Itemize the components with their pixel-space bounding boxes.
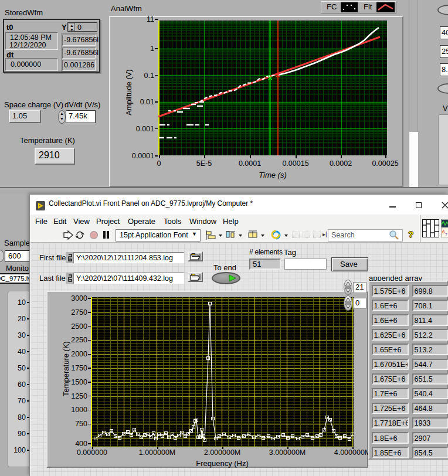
svg-text:7: 7 [445, 233, 447, 237]
